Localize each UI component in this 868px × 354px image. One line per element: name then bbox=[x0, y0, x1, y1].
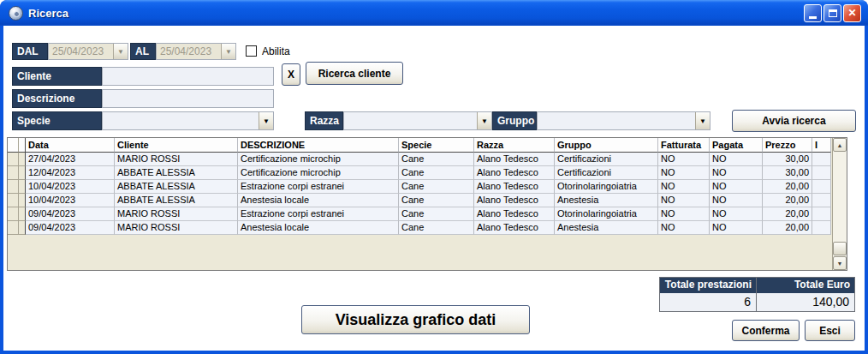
minimize-button[interactable] bbox=[804, 4, 822, 22]
table-cell[interactable]: ABBATE ALESSIA bbox=[115, 180, 238, 194]
table-cell[interactable]: Certificazione microchip bbox=[238, 153, 399, 166]
table-row[interactable]: 09/04/2023MARIO ROSSIAnestesia localeCan… bbox=[8, 221, 832, 235]
close-button[interactable]: ✕ bbox=[843, 4, 861, 22]
table-cell[interactable]: Alano Tedesco bbox=[474, 221, 555, 235]
table-cell[interactable]: MARIO ROSSI bbox=[115, 207, 238, 221]
table-cell[interactable]: Alano Tedesco bbox=[474, 153, 555, 166]
table-cell[interactable]: Cane bbox=[399, 166, 474, 180]
column-header-descrizione[interactable]: DESCRIZIONE bbox=[238, 138, 399, 153]
table-cell[interactable]: 27/04/2023 bbox=[26, 153, 115, 166]
table-cell[interactable]: NO bbox=[710, 166, 763, 180]
table-cell[interactable]: Cane bbox=[399, 207, 474, 221]
conferma-button[interactable]: Conferma bbox=[732, 320, 800, 341]
al-date-select[interactable]: 25/04/2023 ▼ bbox=[156, 43, 236, 60]
table-cell[interactable] bbox=[812, 221, 831, 235]
table-cell[interactable]: 20,00 bbox=[763, 180, 812, 194]
table-cell[interactable] bbox=[812, 153, 831, 166]
abilita-checkbox[interactable] bbox=[246, 45, 257, 57]
scrollbar-thumb[interactable] bbox=[833, 242, 847, 255]
gruppo-dropdown-icon[interactable]: ▼ bbox=[695, 112, 710, 129]
al-dropdown-icon[interactable]: ▼ bbox=[221, 44, 235, 59]
table-cell[interactable]: 20,00 bbox=[763, 207, 812, 221]
table-cell[interactable]: Cane bbox=[399, 180, 474, 194]
razza-select[interactable]: ▼ bbox=[343, 111, 492, 130]
table-cell[interactable]: Cane bbox=[399, 153, 474, 166]
dal-dropdown-icon[interactable]: ▼ bbox=[113, 44, 128, 59]
cliente-input[interactable] bbox=[102, 67, 274, 86]
column-header-cliente[interactable]: Cliente bbox=[115, 138, 238, 153]
table-cell[interactable]: 09/04/2023 bbox=[26, 221, 115, 235]
table-row[interactable]: 12/04/2023ABBATE ALESSIACertificazione m… bbox=[8, 166, 832, 180]
table-cell[interactable]: Otorinolaringoiatria bbox=[555, 180, 658, 194]
table-cell[interactable]: NO bbox=[710, 153, 763, 166]
table-cell[interactable] bbox=[812, 180, 831, 194]
table-cell[interactable] bbox=[812, 194, 831, 207]
column-header-i[interactable]: I bbox=[812, 138, 831, 153]
table-cell[interactable]: MARIO ROSSI bbox=[115, 153, 238, 166]
table-cell[interactable] bbox=[812, 207, 831, 221]
table-cell[interactable]: Alano Tedesco bbox=[474, 166, 555, 180]
table-row[interactable]: 10/04/2023ABBATE ALESSIAAnestesia locale… bbox=[8, 194, 832, 207]
table-cell[interactable]: 09/04/2023 bbox=[26, 207, 115, 221]
table-cell[interactable]: Alano Tedesco bbox=[474, 194, 555, 207]
table-cell[interactable]: ABBATE ALESSIA bbox=[115, 194, 238, 207]
table-cell[interactable]: Otorinolaringoiatria bbox=[555, 207, 658, 221]
table-cell[interactable]: NO bbox=[658, 207, 710, 221]
scroll-down-icon[interactable]: ▼ bbox=[833, 256, 847, 270]
dal-date-select[interactable]: 25/04/2023 ▼ bbox=[48, 43, 128, 60]
table-cell[interactable]: 12/04/2023 bbox=[26, 166, 115, 180]
table-cell[interactable]: NO bbox=[658, 153, 710, 166]
table-cell[interactable]: MARIO ROSSI bbox=[115, 221, 238, 235]
table-cell[interactable]: 30,00 bbox=[763, 166, 812, 180]
column-header-pagata[interactable]: Pagata bbox=[710, 138, 763, 153]
table-cell[interactable]: 20,00 bbox=[763, 221, 812, 235]
table-cell[interactable]: 10/04/2023 bbox=[26, 180, 115, 194]
table-cell[interactable]: 30,00 bbox=[763, 153, 812, 166]
avvia-ricerca-button[interactable]: Avvia ricerca bbox=[732, 110, 856, 132]
ricerca-cliente-button[interactable]: Ricerca cliente bbox=[306, 62, 403, 85]
column-header-specie[interactable]: Specie bbox=[399, 138, 474, 153]
table-cell[interactable]: Alano Tedesco bbox=[474, 180, 555, 194]
table-cell[interactable]: Anestesia bbox=[555, 194, 658, 207]
table-cell[interactable]: NO bbox=[658, 194, 710, 207]
table-cell[interactable]: Alano Tedesco bbox=[474, 207, 555, 221]
table-cell[interactable]: NO bbox=[710, 194, 763, 207]
esci-button[interactable]: Esci bbox=[805, 320, 855, 341]
table-cell[interactable]: Certificazioni bbox=[555, 166, 658, 180]
table-cell[interactable]: NO bbox=[710, 221, 763, 235]
table-cell[interactable]: Estrazione corpi estranei bbox=[238, 180, 399, 194]
descrizione-input[interactable] bbox=[102, 89, 274, 108]
table-cell[interactable]: NO bbox=[658, 221, 710, 235]
maximize-button[interactable] bbox=[823, 4, 841, 22]
table-cell[interactable]: Anestesia locale bbox=[238, 194, 399, 207]
table-cell[interactable]: Certificazioni bbox=[555, 153, 658, 166]
table-cell[interactable]: Estrazione corpi estranei bbox=[238, 207, 399, 221]
table-cell[interactable]: NO bbox=[710, 180, 763, 194]
table-cell[interactable]: Anestesia locale bbox=[238, 221, 399, 235]
table-cell[interactable]: Cane bbox=[399, 194, 474, 207]
column-header-fatturata[interactable]: Fatturata bbox=[658, 138, 710, 153]
scroll-up-icon[interactable]: ▲ bbox=[833, 138, 847, 152]
table-row[interactable]: 09/04/2023MARIO ROSSIEstrazione corpi es… bbox=[8, 207, 832, 221]
table-cell[interactable]: 20,00 bbox=[763, 194, 812, 207]
gruppo-select[interactable]: ▼ bbox=[537, 111, 710, 130]
clear-cliente-button[interactable]: X bbox=[282, 63, 300, 86]
table-cell[interactable]: ABBATE ALESSIA bbox=[115, 166, 238, 180]
vertical-scrollbar[interactable]: ▲ ▼ bbox=[832, 138, 847, 270]
table-row[interactable]: 10/04/2023ABBATE ALESSIAEstrazione corpi… bbox=[8, 180, 832, 194]
razza-dropdown-icon[interactable]: ▼ bbox=[477, 112, 491, 129]
table-cell[interactable] bbox=[812, 166, 831, 180]
table-cell[interactable]: NO bbox=[658, 166, 710, 180]
specie-dropdown-icon[interactable]: ▼ bbox=[259, 112, 273, 129]
column-header-gruppo[interactable]: Gruppo bbox=[555, 138, 658, 153]
column-header-prezzo[interactable]: Prezzo bbox=[763, 138, 812, 153]
table-cell[interactable]: NO bbox=[658, 180, 710, 194]
table-cell[interactable]: Cane bbox=[399, 221, 474, 235]
specie-select[interactable]: ▼ bbox=[102, 111, 274, 130]
table-row[interactable]: 27/04/2023MARIO ROSSICertificazione micr… bbox=[8, 153, 832, 166]
visualizza-grafico-button[interactable]: Visualizza grafico dati bbox=[301, 305, 530, 334]
column-header-data[interactable]: Data bbox=[26, 138, 115, 153]
table-cell[interactable]: Certificazione microchip bbox=[238, 166, 399, 180]
titlebar[interactable]: Ricerca ✕ bbox=[0, 0, 868, 26]
table-cell[interactable]: 10/04/2023 bbox=[26, 194, 115, 207]
